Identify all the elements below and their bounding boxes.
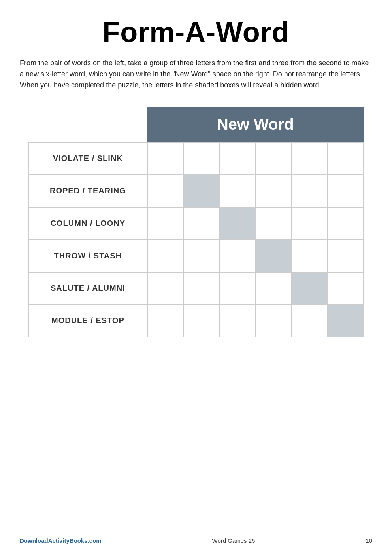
footer: DownloadActivityBooks.com Word Games 25 … (20, 537, 372, 544)
letter-cell[interactable] (255, 207, 291, 240)
letter-cell[interactable] (292, 207, 328, 240)
letter-cell[interactable] (219, 207, 255, 240)
letter-cell[interactable] (255, 175, 291, 207)
letter-cell[interactable] (219, 240, 255, 272)
word-pair-cell: THROW / STASH (28, 240, 147, 272)
letter-cell[interactable] (292, 142, 328, 175)
letter-cell[interactable] (255, 240, 291, 272)
header-label-cell (28, 107, 147, 142)
table-row: SALUTE / ALUMNI (28, 272, 364, 305)
letter-cell[interactable] (292, 305, 328, 337)
letter-cell[interactable] (219, 305, 255, 337)
letter-cell[interactable] (147, 305, 183, 337)
letter-cell[interactable] (255, 272, 291, 305)
letter-cell[interactable] (147, 240, 183, 272)
letter-cell[interactable] (219, 175, 255, 207)
table-row: VIOLATE / SLINK (28, 142, 364, 175)
word-pair-cell: ROPED / TEARING (28, 175, 147, 207)
table-row: ROPED / TEARING (28, 175, 364, 207)
letter-cell[interactable] (292, 272, 328, 305)
word-pair-cell: COLUMN / LOONY (28, 207, 147, 240)
letter-cell[interactable] (147, 207, 183, 240)
letter-cell[interactable] (147, 272, 183, 305)
page-title: Form-A-Word (20, 16, 372, 48)
letter-cell[interactable] (292, 175, 328, 207)
footer-center: Word Games 25 (212, 537, 255, 544)
letter-cell[interactable] (328, 272, 364, 305)
puzzle-table: New Word VIOLATE / SLINKROPED / TEARINGC… (28, 107, 364, 337)
letter-cell[interactable] (328, 207, 364, 240)
letter-cell[interactable] (328, 142, 364, 175)
letter-cell[interactable] (183, 240, 219, 272)
letter-cell[interactable] (255, 142, 291, 175)
table-row: THROW / STASH (28, 240, 364, 272)
letter-cell[interactable] (183, 305, 219, 337)
word-pair-cell: SALUTE / ALUMNI (28, 272, 147, 305)
letter-cell[interactable] (255, 305, 291, 337)
letter-cell[interactable] (328, 240, 364, 272)
letter-cell[interactable] (219, 142, 255, 175)
new-word-header: New Word (147, 107, 364, 142)
table-row: COLUMN / LOONY (28, 207, 364, 240)
letter-cell[interactable] (328, 175, 364, 207)
letter-cell[interactable] (219, 272, 255, 305)
footer-left: DownloadActivityBooks.com (20, 537, 102, 544)
puzzle-area: New Word VIOLATE / SLINKROPED / TEARINGC… (28, 107, 364, 337)
letter-cell[interactable] (183, 272, 219, 305)
letter-cell[interactable] (147, 175, 183, 207)
letter-cell[interactable] (183, 175, 219, 207)
letter-cell[interactable] (147, 142, 183, 175)
word-pair-cell: VIOLATE / SLINK (28, 142, 147, 175)
letter-cell[interactable] (183, 207, 219, 240)
letter-cell[interactable] (292, 240, 328, 272)
word-pair-cell: MODULE / ESTOP (28, 305, 147, 337)
footer-right: 10 (366, 537, 372, 544)
instructions-text: From the pair of words on the left, take… (20, 58, 372, 91)
table-row: MODULE / ESTOP (28, 305, 364, 337)
letter-cell[interactable] (328, 305, 364, 337)
header-row: New Word (28, 107, 364, 142)
puzzle-body: VIOLATE / SLINKROPED / TEARINGCOLUMN / L… (28, 142, 364, 337)
letter-cell[interactable] (183, 142, 219, 175)
